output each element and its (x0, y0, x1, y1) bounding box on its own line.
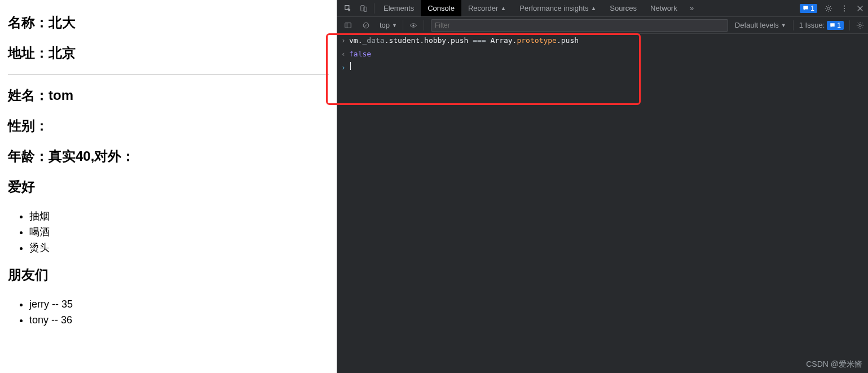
tab-sources[interactable]: Sources (603, 0, 644, 16)
live-expression-icon[interactable] (406, 17, 421, 33)
list-item: 抽烟 (29, 208, 329, 224)
svg-point-4 (844, 7, 845, 8)
separator (374, 3, 374, 14)
svg-point-11 (412, 24, 414, 26)
tab-label: Performance insights (519, 4, 588, 12)
settings-icon[interactable] (821, 0, 836, 16)
issues-label: 1 Issue: (799, 21, 825, 29)
close-icon[interactable] (852, 0, 868, 16)
list-item: 喝酒 (29, 224, 329, 240)
issue-badge[interactable]: 1 (800, 4, 817, 13)
divider (8, 74, 329, 75)
separator (424, 20, 424, 30)
list-item: 烫头 (29, 240, 329, 256)
hobby-title: 爱好 (8, 178, 329, 196)
tab-network[interactable]: Network (644, 0, 684, 16)
devtools-panel: Elements Console Recorder▲ Performance i… (337, 0, 868, 373)
console-output-value: false (349, 49, 371, 60)
page-content: 名称：北大 地址：北京 姓名：tom 性别： 年龄：真实40,对外： 爱好 抽烟… (0, 0, 337, 373)
levels-label: Default levels (735, 21, 779, 29)
console-settings-icon[interactable] (852, 17, 868, 33)
sex-line: 性别： (8, 117, 329, 135)
clear-console-icon[interactable] (358, 17, 374, 33)
svg-point-2 (827, 7, 830, 9)
svg-rect-6 (345, 23, 351, 28)
console-body[interactable]: vm._data.student.hobby.push === Array.pr… (337, 34, 868, 373)
svg-point-12 (859, 24, 861, 26)
tab-elements[interactable]: Elements (377, 0, 421, 16)
device-toggle-icon[interactable] (356, 0, 372, 16)
cursor (350, 62, 351, 70)
tab-console[interactable]: Console (421, 0, 461, 16)
sidebar-toggle-icon[interactable] (340, 17, 356, 33)
addr-value: 北京 (49, 45, 76, 60)
list-item: tony -- 36 (29, 312, 329, 328)
name-value: 北大 (49, 15, 76, 30)
pname-value: tom (49, 87, 73, 103)
input-arrow-icon (341, 35, 349, 46)
devtools-tabs: Elements Console Recorder▲ Performance i… (337, 0, 868, 17)
beaker-icon: ▲ (591, 5, 596, 11)
svg-point-5 (844, 10, 845, 11)
context-selector[interactable]: top ▼ (376, 21, 400, 29)
chevron-down-icon: ▼ (392, 23, 397, 28)
name-line: 名称：北大 (8, 14, 329, 32)
friends-title: 朋友们 (8, 266, 329, 284)
addr-line: 地址：北京 (8, 44, 329, 62)
console-input-code: vm._data.student.hobby.push === Array.pr… (349, 35, 579, 46)
console-input-row: vm._data.student.hobby.push === Array.pr… (337, 34, 868, 47)
svg-line-9 (364, 23, 368, 27)
name-label: 名称： (8, 15, 49, 30)
pname-line: 姓名：tom (8, 86, 329, 104)
filter-input[interactable] (431, 19, 728, 32)
friends-list: jerry -- 35 tony -- 36 (29, 296, 329, 328)
prompt-arrow-icon (341, 62, 349, 73)
issues-count: 1 (837, 21, 841, 29)
svg-point-3 (844, 5, 845, 6)
age-value: 真实40,对外： (49, 148, 135, 164)
separator (793, 20, 794, 30)
issues-button[interactable]: 1 Issue: 1 (796, 21, 847, 30)
inspect-element-icon[interactable] (340, 0, 356, 16)
tab-label: Recorder (468, 4, 498, 12)
issues-badge: 1 (827, 21, 844, 30)
output-arrow-icon (341, 49, 349, 60)
watermark: CSDN @爱米酱 (806, 359, 862, 370)
more-tabs-icon[interactable]: » (684, 0, 700, 16)
console-output-row: false (337, 47, 868, 61)
hobby-list: 抽烟 喝酒 烫头 (29, 208, 329, 256)
age-label: 年龄： (8, 148, 49, 164)
kebab-menu-icon[interactable] (836, 0, 852, 16)
list-item: jerry -- 35 (29, 296, 329, 312)
age-line: 年龄：真实40,对外： (8, 147, 329, 165)
issue-badge-count: 1 (810, 5, 814, 12)
pname-label: 姓名： (8, 87, 49, 103)
console-prompt-row[interactable] (337, 61, 868, 74)
chevron-down-icon: ▼ (781, 23, 786, 28)
context-label: top (380, 21, 390, 29)
log-levels-selector[interactable]: Default levels ▼ (730, 21, 791, 29)
filter-wrapper (431, 19, 728, 32)
separator (849, 20, 850, 30)
beaker-icon: ▲ (500, 5, 506, 11)
tab-performance-insights[interactable]: Performance insights▲ (513, 0, 603, 16)
console-toolbar: top ▼ Default levels ▼ 1 Issue: 1 (337, 17, 868, 34)
addr-label: 地址： (8, 45, 49, 60)
sex-label: 性别： (8, 118, 49, 133)
separator (403, 20, 403, 30)
tab-recorder[interactable]: Recorder▲ (461, 0, 513, 16)
